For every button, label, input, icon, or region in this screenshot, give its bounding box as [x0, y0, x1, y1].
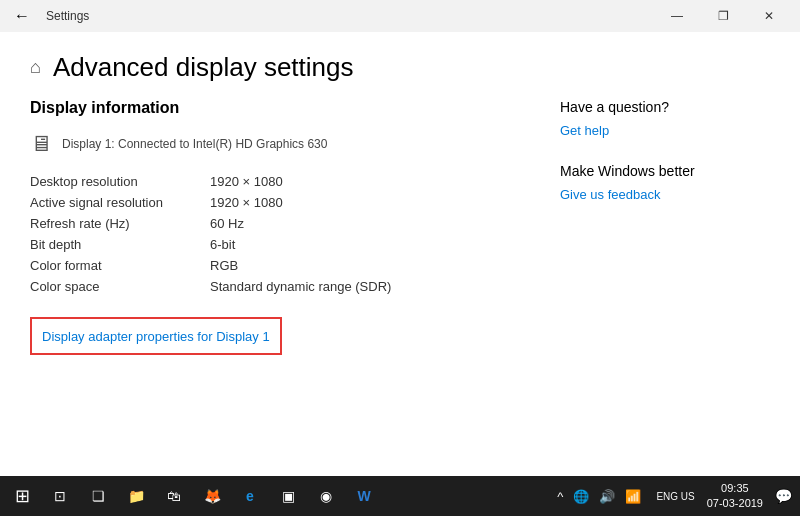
store-button[interactable]: 🛍	[156, 478, 192, 514]
page-title: Advanced display settings	[53, 52, 354, 83]
edge-button[interactable]: e	[232, 478, 268, 514]
language-indicator[interactable]: ENG US	[652, 490, 698, 503]
chrome-button[interactable]: ◉	[308, 478, 344, 514]
table-row: Refresh rate (Hz) 60 Hz	[30, 213, 530, 234]
window-controls: — ❐ ✕	[654, 0, 792, 32]
windows-better-title: Make Windows better	[560, 163, 770, 179]
row-value: 60 Hz	[210, 213, 530, 234]
row-label: Color space	[30, 276, 210, 297]
table-row: Desktop resolution 1920 × 1080	[30, 171, 530, 192]
taskbar: ⊞ ⊡ ❏ 📁 🛍 🦊 e ▣ ◉ W ^ 🌐 🔊 📶 ENG US 09:35…	[0, 476, 800, 516]
back-button[interactable]: ←	[8, 5, 36, 27]
network-icon[interactable]: 🌐	[570, 489, 592, 504]
table-row: Color format RGB	[30, 255, 530, 276]
section-title: Display information	[30, 99, 530, 117]
main-content: ⌂ Advanced display settings Display info…	[0, 32, 800, 476]
table-row: Active signal resolution 1920 × 1080	[30, 192, 530, 213]
row-label: Color format	[30, 255, 210, 276]
monitor-icon: 🖥	[30, 131, 52, 157]
close-button[interactable]: ✕	[746, 0, 792, 32]
left-column: Display information 🖥 Display 1: Connect…	[30, 99, 550, 466]
file-explorer-button[interactable]: 📁	[118, 478, 154, 514]
terminal-button[interactable]: ▣	[270, 478, 306, 514]
clock-date: 07-03-2019	[707, 496, 763, 511]
make-windows-better-section: Make Windows better Give us feedback	[560, 163, 770, 203]
title-bar-title: Settings	[46, 9, 654, 23]
question-title: Have a question?	[560, 99, 770, 115]
wifi-icon[interactable]: 📶	[622, 489, 644, 504]
row-label: Desktop resolution	[30, 171, 210, 192]
table-row: Color space Standard dynamic range (SDR)	[30, 276, 530, 297]
main-row: Display information 🖥 Display 1: Connect…	[30, 99, 770, 466]
have-a-question-section: Have a question? Get help	[560, 99, 770, 139]
word-button[interactable]: W	[346, 478, 382, 514]
adapter-link[interactable]: Display adapter properties for Display 1	[42, 329, 270, 344]
search-button[interactable]: ⊡	[42, 478, 78, 514]
row-label: Bit depth	[30, 234, 210, 255]
monitor-info: 🖥 Display 1: Connected to Intel(R) HD Gr…	[30, 131, 530, 157]
row-label: Active signal resolution	[30, 192, 210, 213]
page-header: ⌂ Advanced display settings	[30, 52, 770, 83]
system-tray: ^ 🌐 🔊 📶	[548, 489, 650, 504]
row-value: Standard dynamic range (SDR)	[210, 276, 530, 297]
row-value: 6-bit	[210, 234, 530, 255]
system-clock[interactable]: 09:35 07-03-2019	[701, 481, 769, 512]
firefox-button[interactable]: 🦊	[194, 478, 230, 514]
adapter-link-box: Display adapter properties for Display 1	[30, 317, 282, 355]
row-value: RGB	[210, 255, 530, 276]
home-icon[interactable]: ⌂	[30, 57, 41, 78]
title-bar: ← Settings — ❐ ✕	[0, 0, 800, 32]
volume-icon[interactable]: 🔊	[596, 489, 618, 504]
row-label: Refresh rate (Hz)	[30, 213, 210, 234]
task-view-button[interactable]: ❏	[80, 478, 116, 514]
start-button[interactable]: ⊞	[4, 478, 40, 514]
row-value: 1920 × 1080	[210, 192, 530, 213]
maximize-button[interactable]: ❐	[700, 0, 746, 32]
display-info-table: Desktop resolution 1920 × 1080 Active si…	[30, 171, 530, 297]
notification-icon[interactable]: 💬	[771, 488, 796, 504]
right-column: Have a question? Get help Make Windows b…	[550, 99, 770, 466]
monitor-label: Display 1: Connected to Intel(R) HD Grap…	[62, 137, 327, 151]
get-help-link[interactable]: Get help	[560, 123, 609, 138]
tray-expand-icon[interactable]: ^	[554, 489, 566, 504]
row-value: 1920 × 1080	[210, 171, 530, 192]
minimize-button[interactable]: —	[654, 0, 700, 32]
table-row: Bit depth 6-bit	[30, 234, 530, 255]
feedback-link[interactable]: Give us feedback	[560, 187, 660, 202]
clock-time: 09:35	[707, 481, 763, 496]
